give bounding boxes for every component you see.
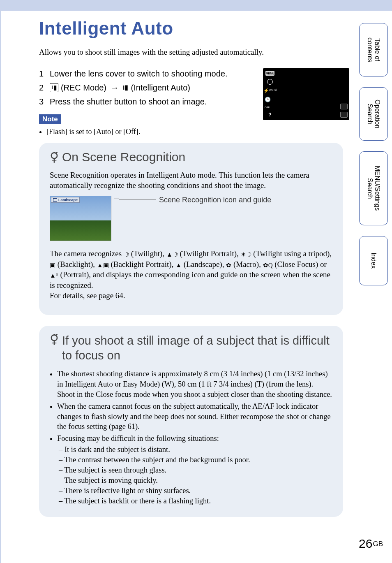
macro-icon: ✿ xyxy=(226,261,231,269)
panel2-title: If you shoot a still image of a subject … xyxy=(62,333,332,363)
self-timer-icon: 🕒OFF xyxy=(265,97,275,109)
landscape-mini-icon xyxy=(53,198,57,202)
step-1-number: 1 xyxy=(39,67,50,81)
tab-menu-label: MENU/Settings Search xyxy=(366,156,380,221)
help-icon: ? xyxy=(268,112,271,118)
left-decor-strip xyxy=(0,0,1,563)
step-3-text: Press the shutter button to shoot an ima… xyxy=(50,95,207,109)
tip-lightbulb-icon-2: ♀̈ xyxy=(50,333,59,345)
page-content: Intelligent Auto Allows you to shoot sti… xyxy=(39,11,343,528)
tab-op-label: Operation Search xyxy=(366,92,380,136)
panel-focus-tips: ♀̈ If you shoot a still image of a subje… xyxy=(39,326,343,517)
caption-text: Scene Recognition icon and guide xyxy=(159,196,271,204)
panel2-s2: – The contrast between the subject and t… xyxy=(57,455,332,465)
page-number: 26GB xyxy=(359,537,383,551)
twilight-portrait-icon: ▲☽ xyxy=(166,250,178,259)
flash-auto-icon: ⚡ᴬᵁᵀᴼ xyxy=(263,88,277,93)
page-title: Intelligent Auto xyxy=(39,18,343,39)
step-3-number: 3 xyxy=(39,95,50,109)
note-item-1: [Flash] is set to [Auto] or [Off]. xyxy=(46,127,343,136)
intro-text: Allows you to shoot still images with th… xyxy=(39,47,343,58)
tab-table-of-contents[interactable]: Table of contents xyxy=(359,23,388,76)
rec-mode-boxed-icon: i▮ xyxy=(50,83,58,92)
panel2-s5: – There is reflective light or shiny sur… xyxy=(57,486,332,496)
side-tab-group: Table of contents Operation Search MENU/… xyxy=(359,23,388,285)
panel2-s6: – The subject is backlit or there is a f… xyxy=(57,496,332,506)
step-2-intelligent-label: (Intelligent Auto) xyxy=(131,81,190,95)
twilight-tripod-icon: ✶☽ xyxy=(241,250,251,259)
backlight-icon: ▣ xyxy=(50,261,55,269)
panel2-s4: – The subject is moving quickly. xyxy=(57,475,332,486)
panel1-title: On Scene Recognition xyxy=(62,150,185,164)
note-list: [Flash] is set to [Auto] or [Off]. xyxy=(39,127,343,136)
panel2-s3: – The subject is seen through glass. xyxy=(57,465,332,475)
top-decor-band xyxy=(0,0,392,11)
panel-scene-recognition: ♀̈ On Scene Recognition Scene Recognitio… xyxy=(39,143,343,315)
intelligent-auto-icon: i▮ xyxy=(123,82,128,93)
close-focus-icon: ✿Q xyxy=(263,261,273,269)
step-2-rec-label: (REC Mode) xyxy=(61,81,106,95)
camera-lcd-preview: MENU ⚡ᴬᵁᵀᴼ 🕒OFF ? xyxy=(263,68,349,120)
panel2-b2: When the camera cannot focus on the subj… xyxy=(57,401,332,432)
playback-indicator-icon xyxy=(340,112,348,118)
scene-example-thumb: Landscape xyxy=(50,196,111,241)
tab-index-label: Index xyxy=(370,253,377,269)
note-badge: Note xyxy=(39,114,61,124)
tab-menu-settings-search[interactable]: MENU/Settings Search xyxy=(359,151,388,225)
scene-recognition-desc: The camera recognizes ☽ (Twilight), ▲☽ (… xyxy=(50,248,332,301)
backlight-portrait-icon: ▲▣ xyxy=(97,261,109,269)
panel1-details: For details, see page 64. xyxy=(50,291,125,300)
twilight-icon: ☽ xyxy=(124,250,129,259)
panel2-b3: Focusing may be difficult in the followi… xyxy=(57,433,332,506)
step-2-number: 2 xyxy=(39,81,50,95)
panel2-s1: – It is dark and the subject is distant. xyxy=(57,445,332,455)
step-1-text: Lower the lens cover to switch to shooti… xyxy=(50,67,227,81)
tab-operation-search[interactable]: Operation Search xyxy=(359,87,388,141)
thumb-label: Landscape xyxy=(58,198,78,202)
smile-icon xyxy=(267,79,273,85)
leader-line xyxy=(119,199,156,203)
panel1-para: Scene Recognition operates in Intelligen… xyxy=(50,170,332,191)
landscape-icon: ▲ xyxy=(175,261,182,269)
panel2-b1: The shortest shooting distance is approx… xyxy=(57,369,332,400)
portrait-icon: ▲° xyxy=(50,271,58,280)
mode-indicator-icon xyxy=(340,104,348,109)
menu-chip: MENU xyxy=(265,71,274,76)
tab-toc-label: Table of contents xyxy=(366,28,380,72)
tip-lightbulb-icon: ♀̈ xyxy=(50,151,59,163)
arrow-right-icon: → xyxy=(111,81,119,95)
tab-index[interactable]: Index xyxy=(359,236,388,285)
